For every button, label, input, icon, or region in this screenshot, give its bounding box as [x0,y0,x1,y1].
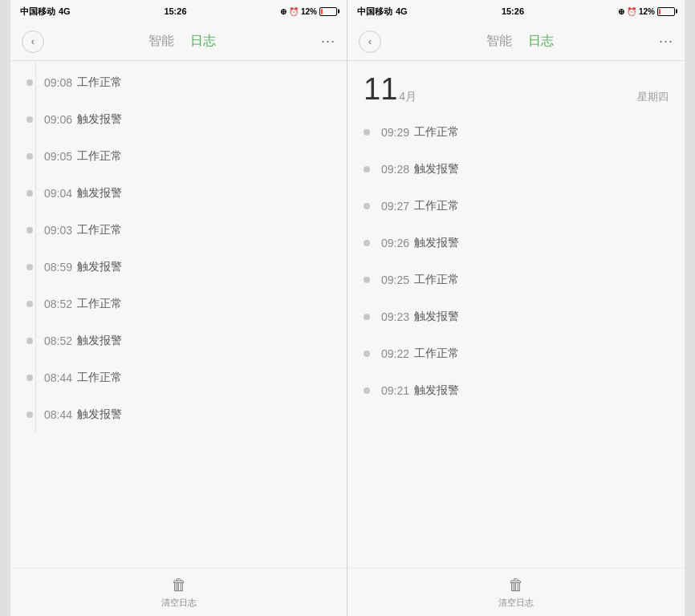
log-dot [364,314,370,320]
phones-container: 中国移动 4G 15:26 ⊕ ⏰ 12% ‹ 智能 日志 ··· [0,0,695,616]
log-time: 09:23 [381,310,409,323]
right-content: 114月 星期四 09:29 工作正常 09:28 触发报警 09:27 工作正… [348,61,685,616]
right-phone: 中国移动 4G 15:26 ⊕ ⏰ 12% ‹ 智能 日志 ··· [348,0,685,616]
list-item: 09:29 工作正常 [348,114,685,151]
log-status: 触发报警 [77,186,122,201]
log-status: 触发报警 [414,236,459,250]
log-status: 工作正常 [77,223,122,237]
list-item: 08:52 触发报警 [10,322,347,359]
left-bottom-bar[interactable]: 🗑 清空日志 [10,568,347,616]
left-carrier: 中国移动 [20,6,55,18]
log-time: 08:52 [44,334,72,347]
right-bottom-bar[interactable]: 🗑 清空日志 [348,568,685,616]
list-item: 09:26 触发报警 [348,225,685,261]
list-item: 09:25 工作正常 [348,261,685,298]
right-trash-icon: 🗑 [508,576,524,594]
right-battery-fill [659,9,660,14]
log-dot [364,240,370,246]
left-battery-pct: 12% [301,7,317,16]
right-clear-label: 清空日志 [498,597,534,609]
right-back-button[interactable]: ‹ [359,30,381,53]
right-battery-icon [657,7,675,16]
right-status-right: ⊕ ⏰ 12% [618,7,675,16]
right-nav-title-inactive: 智能 [486,33,512,50]
right-nav-bar: ‹ 智能 日志 ··· [348,22,685,61]
log-dot [26,153,33,160]
right-date-header: 114月 星期四 [348,61,685,111]
log-status: 触发报警 [77,112,122,127]
list-item: 08:44 触发报警 [10,396,347,433]
right-nav-title-active[interactable]: 日志 [528,33,554,50]
log-status: 工作正常 [77,371,122,385]
log-dot [26,301,33,307]
log-status: 工作正常 [77,149,122,164]
log-dot [26,411,33,418]
log-status: 工作正常 [414,273,459,287]
log-time: 09:27 [381,200,409,213]
list-item: 09:22 工作正常 [348,335,685,372]
left-nav-title-inactive: 智能 [148,33,174,50]
log-dot [364,203,370,209]
list-item: 09:23 触发报警 [348,298,685,335]
left-nav-title-area: 智能 日志 [148,33,216,50]
log-time: 09:04 [44,187,72,200]
log-status: 工作正常 [414,125,459,140]
list-item: 09:06 触发报警 [10,101,347,138]
log-time: 09:26 [381,237,409,249]
left-log-list: 09:08 工作正常 09:06 触发报警 09:05 工作正常 09:04 触… [10,61,347,489]
log-time: 09:05 [44,150,72,163]
list-item: 09:27 工作正常 [348,188,685,225]
log-time: 09:28 [381,163,409,176]
list-item: 09:05 工作正常 [10,138,347,175]
log-dot [364,166,370,172]
log-time: 08:59 [44,261,72,274]
left-time: 15:26 [164,6,186,16]
right-carrier: 中国移动 [357,6,392,18]
right-icons: ⊕ ⏰ [618,7,636,16]
list-item: 09:08 工作正常 [10,64,347,101]
left-network: 4G [59,6,71,16]
right-nav-title-area: 智能 日志 [486,33,554,50]
left-more-button[interactable]: ··· [321,33,335,50]
log-time: 09:22 [381,347,409,360]
log-status: 触发报警 [414,162,459,176]
right-date-month: 4月 [399,90,417,103]
log-status: 工作正常 [77,297,122,311]
log-time: 08:52 [44,298,72,310]
right-status-bar: 中国移动 4G 15:26 ⊕ ⏰ 12% [348,0,685,22]
list-item: 08:52 工作正常 [10,286,347,322]
left-battery-fill [321,9,323,14]
log-time: 09:29 [381,126,409,139]
log-time: 08:44 [44,371,72,384]
log-status: 工作正常 [414,346,459,361]
log-dot [26,338,33,344]
log-status: 触发报警 [77,334,122,348]
left-trash-icon: 🗑 [171,576,187,594]
log-status: 触发报警 [414,310,459,324]
log-time: 09:03 [44,224,72,237]
left-nav-title-active[interactable]: 日志 [190,33,216,50]
log-dot [26,375,33,381]
log-dot [364,387,370,394]
log-time: 09:21 [381,384,409,397]
log-dot [26,116,33,123]
right-network: 4G [396,6,408,16]
log-time: 09:25 [381,274,409,286]
left-clear-label: 清空日志 [161,597,197,609]
list-item: 09:21 触发报警 [348,372,685,409]
left-clear-button[interactable]: 🗑 清空日志 [161,576,197,609]
log-status: 工作正常 [414,199,459,213]
left-back-button[interactable]: ‹ [22,30,44,53]
right-more-button[interactable]: ··· [659,33,673,50]
log-dot [26,79,33,86]
log-status: 触发报警 [77,260,122,274]
left-nav-bar: ‹ 智能 日志 ··· [10,22,347,61]
left-phone: 中国移动 4G 15:26 ⊕ ⏰ 12% ‹ 智能 日志 ··· [10,0,348,616]
log-dot [364,351,370,357]
left-status-bar: 中国移动 4G 15:26 ⊕ ⏰ 12% [10,0,347,22]
right-clear-button[interactable]: 🗑 清空日志 [498,576,534,609]
right-date-day: 11 [364,72,397,106]
log-time: 08:44 [44,408,72,421]
list-item: 09:28 触发报警 [348,151,685,188]
right-date-weekday: 星期四 [637,90,669,104]
